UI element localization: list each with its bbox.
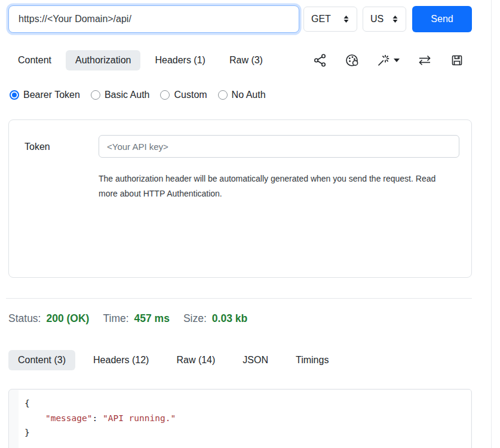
tab-response-json[interactable]: JSON <box>233 350 278 370</box>
json-separator: : <box>93 413 103 423</box>
size-label: Size: <box>183 312 207 325</box>
radio-label: Bearer Token <box>23 90 80 100</box>
radio-label: No Auth <box>232 90 266 100</box>
radio-unselected-icon <box>160 90 170 100</box>
token-input[interactable] <box>99 135 459 158</box>
auth-type-options: Bearer Token Basic Auth Custom No Auth <box>10 90 266 100</box>
radio-custom[interactable]: Custom <box>160 90 207 100</box>
radio-basic-auth[interactable]: Basic Auth <box>91 90 150 100</box>
json-key: "message" <box>45 413 93 423</box>
method-select[interactable]: GET <box>303 7 357 32</box>
status-value: 200 (OK) <box>46 312 89 325</box>
swap-arrows-icon[interactable] <box>417 53 432 67</box>
radio-selected-icon <box>10 90 19 100</box>
palette-icon[interactable] <box>345 53 359 67</box>
size-value: 0.03 kb <box>212 312 247 325</box>
request-tabs: Content Authorization Headers (1) Raw (3… <box>8 50 272 70</box>
section-divider <box>6 298 472 299</box>
save-icon[interactable] <box>450 53 464 67</box>
time-value: 457 ms <box>134 312 170 325</box>
api-client-app: GET US Send Content Authorization Header… <box>0 0 500 448</box>
select-updown-icon <box>392 15 398 23</box>
tab-response-raw[interactable]: Raw (14) <box>167 350 225 370</box>
status-label: Status: <box>8 312 41 325</box>
radio-label: Basic Auth <box>105 90 150 100</box>
tab-response-content[interactable]: Content (3) <box>8 350 75 370</box>
time-label: Time: <box>103 312 128 325</box>
url-input[interactable] <box>8 5 299 33</box>
method-select-value: GET <box>311 14 331 24</box>
json-value: "API running." <box>103 413 176 423</box>
page-right-border <box>491 0 492 448</box>
response-body-panel: { "message": "API running." } <box>8 389 472 448</box>
radio-no-auth[interactable]: No Auth <box>218 90 266 100</box>
radio-unselected-icon <box>91 90 100 100</box>
select-updown-icon <box>343 15 349 23</box>
region-select[interactable]: US <box>363 7 406 32</box>
chevron-down-icon <box>394 59 400 62</box>
json-open-brace: { <box>24 398 30 408</box>
tab-response-timings[interactable]: Timings <box>286 350 338 370</box>
request-toolbar <box>313 53 464 67</box>
radio-unselected-icon <box>218 90 228 100</box>
tab-response-headers[interactable]: Headers (12) <box>84 350 158 370</box>
json-indent <box>24 413 45 423</box>
response-status-bar: Status: 200 (OK) Time: 457 ms Size: 0.03… <box>8 312 261 325</box>
response-tabs: Content (3) Headers (12) Raw (14) JSON T… <box>8 350 338 370</box>
response-json-code: { "message": "API running." } <box>19 390 471 440</box>
send-button[interactable]: Send <box>412 6 472 32</box>
share-icon[interactable] <box>313 53 327 67</box>
radio-bearer-token[interactable]: Bearer Token <box>10 90 80 100</box>
tab-content[interactable]: Content <box>8 50 61 70</box>
json-close-brace: } <box>24 428 30 437</box>
magic-wand-icon[interactable] <box>376 53 400 67</box>
tab-headers[interactable]: Headers (1) <box>145 50 214 70</box>
response-code-area[interactable]: { "message": "API running." } <box>19 390 471 448</box>
radio-label: Custom <box>174 90 207 100</box>
region-select-value: US <box>370 14 384 24</box>
token-label: Token <box>24 142 50 152</box>
bearer-token-panel: Token The authorization header will be a… <box>8 119 472 278</box>
tab-authorization[interactable]: Authorization <box>66 50 140 70</box>
tab-raw[interactable]: Raw (3) <box>220 50 272 70</box>
auth-help-text: The authorization header will be automat… <box>99 171 452 201</box>
